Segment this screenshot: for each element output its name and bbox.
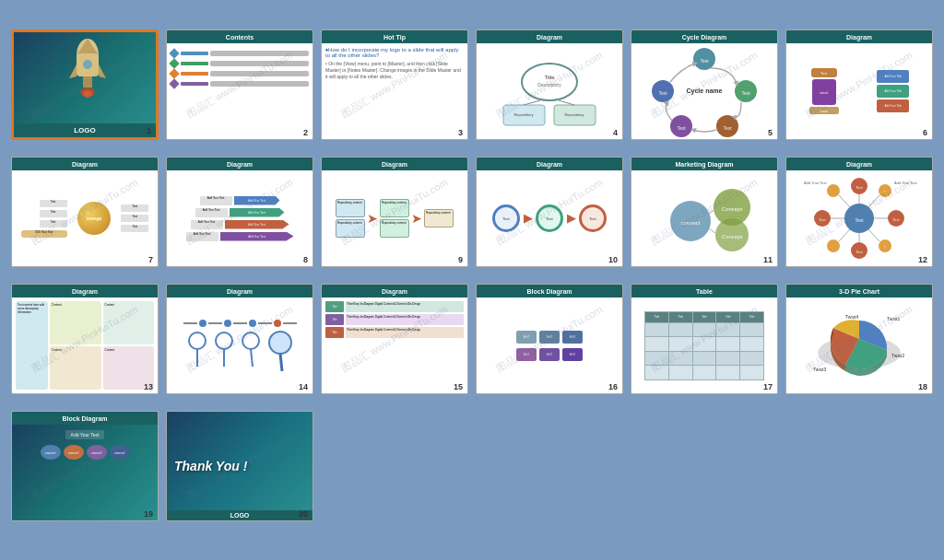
svg-text:Text: Text <box>677 125 686 131</box>
slide-1[interactable]: LOGO 1 图品汇 www.PinHuiTu.com <box>11 29 159 140</box>
svg-text:Concept: Concept <box>722 234 743 239</box>
slide-17-title: Table <box>696 288 713 295</box>
slide-number-17: 17 <box>763 382 773 391</box>
slide-17[interactable]: Table Title Title Title Title Title 17 图… <box>631 284 778 394</box>
slide-2[interactable]: Contents 2 图品汇 www.PinHuiTu.com <box>166 29 313 140</box>
slide-10[interactable]: Diagram Text ▶ Text ▶ Text 10 图品汇 www.Pi… <box>476 157 623 267</box>
slide-number-3: 3 <box>458 128 463 137</box>
slide-number-19: 19 <box>144 509 153 519</box>
rocket-icon <box>65 37 111 101</box>
svg-point-66 <box>216 332 232 349</box>
slide-number-11: 11 <box>763 255 773 264</box>
svg-point-5 <box>83 60 92 69</box>
svg-line-37 <box>709 228 715 233</box>
svg-text:Text: Text <box>892 217 900 222</box>
slide-number-9: 9 <box>458 255 463 264</box>
svg-marker-3 <box>69 64 77 78</box>
slide-3-title: Hot Tip <box>384 34 406 41</box>
thankyou-text: Thank You ! <box>174 459 247 473</box>
slide-12-title: Diagram <box>846 161 872 168</box>
slide-14-title: Diagram <box>227 288 253 295</box>
slide-12[interactable]: Diagram Text Text Text Text Text T T <box>785 157 933 267</box>
slide-number-15: 15 <box>454 382 463 391</box>
slide-6-title: Diagram <box>846 34 872 41</box>
slide-number-18: 18 <box>918 382 927 391</box>
svg-line-59 <box>868 229 879 241</box>
svg-text:T: T <box>884 191 886 194</box>
svg-line-61 <box>839 229 850 241</box>
svg-line-71 <box>280 354 282 371</box>
logo-label: LOGO <box>14 123 156 137</box>
slide-number-2: 2 <box>303 128 308 137</box>
slide-13-title: Diagram <box>72 288 98 295</box>
slide-2-title: Contents <box>226 34 254 41</box>
svg-point-70 <box>269 332 291 354</box>
slide-7-title: Diagram <box>72 161 98 168</box>
svg-text:Text: Text <box>819 217 826 222</box>
slide-number-16: 16 <box>608 382 618 391</box>
svg-line-60 <box>839 195 850 207</box>
slide-11[interactable]: Marketing Diagram connect Concept Concep… <box>631 157 778 267</box>
slide-18[interactable]: 3-D Pie Chart Twist1 Twist2 Twist3 Twist… <box>785 284 933 394</box>
slide-16[interactable]: Block Diagram WnT WnT WnT WnT WnT WnT 16… <box>476 284 623 394</box>
slide-19-title: Block Diagram <box>62 415 107 422</box>
slide-grid: LOGO 1 图品汇 www.PinHuiTu.com Contents 2 图… <box>0 18 944 542</box>
svg-point-64 <box>189 332 206 349</box>
slide-6[interactable]: Diagram Text stack base Add Your Title A… <box>785 29 933 140</box>
svg-text:Text: Text <box>723 125 732 131</box>
slide-10-title: Diagram <box>537 161 562 168</box>
slide-number-12: 12 <box>918 255 927 264</box>
svg-text:connect: connect <box>680 220 700 226</box>
svg-text:Text: Text <box>856 185 863 190</box>
svg-text:Text: Text <box>856 250 863 254</box>
slide-8[interactable]: Diagram Add Your Text Add Your Text Add … <box>166 157 313 267</box>
slide-9-title: Diagram <box>382 161 407 168</box>
slide-number-4: 4 <box>613 128 618 137</box>
diagram-11-svg: connect Concept Concept <box>640 175 769 262</box>
svg-text:Text: Text <box>658 90 667 96</box>
slide-number-13: 13 <box>144 382 153 391</box>
svg-line-58 <box>868 195 879 207</box>
slide-19[interactable]: Block Diagram Add Your Text cancel cance… <box>11 411 159 521</box>
piechart-svg: Twist1 Twist2 Twist3 Twist4 <box>795 302 924 390</box>
slide-number-8: 8 <box>303 255 308 264</box>
diagram-5-svg: Cycle name Text Text Text Text Text <box>644 45 764 137</box>
slide-9[interactable]: Diagram Reposititory content Reposititor… <box>321 157 468 267</box>
slide-number-10: 10 <box>608 255 618 264</box>
slide-15[interactable]: Diagram TitleTheirStory InsDiagram Digit… <box>321 284 468 394</box>
slide-number-6: 6 <box>923 128 927 137</box>
thankyou-logo-label: LOGO <box>167 510 313 520</box>
svg-text:Twist1: Twist1 <box>887 316 900 321</box>
slide-number-20: 20 <box>299 509 308 519</box>
slide-13[interactable]: Diagram Text content here with some desc… <box>11 284 159 394</box>
svg-text:Add Your Text: Add Your Text <box>804 181 828 185</box>
svg-point-53 <box>827 239 840 252</box>
slide-14[interactable]: Diagram 14 图品汇 www.PinH <box>166 284 313 394</box>
svg-text:Twist3: Twist3 <box>813 367 826 372</box>
diagram-4-svg: Title Descriptory Reposititory Repositit… <box>494 50 605 133</box>
slide-8-title: Diagram <box>227 161 253 168</box>
slide-5-title: Cycle Diagram <box>682 34 727 41</box>
slide-20[interactable]: Thank You ! LOGO 20 图品汇 www.PinHuiTu.com <box>166 411 313 521</box>
slide-18-title: 3-D Pie Chart <box>839 288 879 295</box>
svg-point-68 <box>242 332 259 349</box>
slide-4[interactable]: Diagram Title Descriptory Reposititory R… <box>476 29 623 140</box>
svg-text:Text: Text <box>741 90 750 96</box>
slide-7[interactable]: Diagram Text Text Text XXX Your Text ora… <box>11 157 159 267</box>
svg-text:Concept: Concept <box>722 206 743 212</box>
svg-text:Twist4: Twist4 <box>845 314 858 320</box>
svg-point-8 <box>83 90 92 98</box>
slide-15-title: Diagram <box>382 288 407 295</box>
svg-marker-4 <box>99 64 106 78</box>
slide-number-7: 7 <box>148 255 153 264</box>
slide-5[interactable]: Cycle Diagram Cycle name Text Text Text … <box>631 29 778 140</box>
slide-number-14: 14 <box>299 382 308 391</box>
svg-text:Descriptory: Descriptory <box>537 82 561 88</box>
slide-3[interactable]: Hot Tip ♦How do I incorporate my logo to… <box>321 29 468 140</box>
svg-line-17 <box>559 100 574 105</box>
diagram-12-svg: Text Text Text Text Text T T Add You <box>795 175 924 262</box>
svg-text:T: T <box>884 246 886 250</box>
svg-text:Reposititory: Reposititory <box>564 112 584 117</box>
svg-text:Text: Text <box>855 217 864 223</box>
svg-line-16 <box>524 100 540 105</box>
